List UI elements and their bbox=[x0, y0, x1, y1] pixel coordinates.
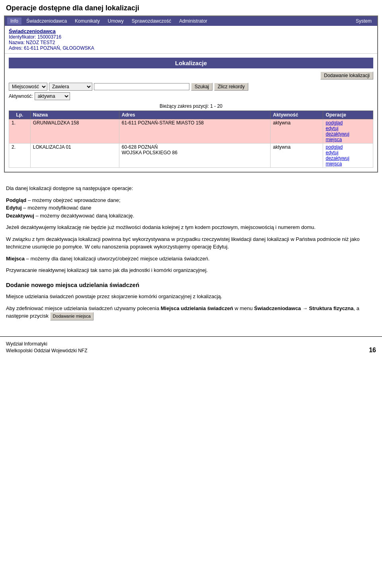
cell-operations: podglądedytujdezaktywujmiejsca bbox=[323, 119, 373, 144]
app-frame: Info Świadczeniodawca Komunikaty Umowy S… bbox=[4, 16, 378, 173]
desc-para6-mid: w menu bbox=[233, 305, 254, 311]
desc-dezaktywuj-text: – możemy dezaktywować daną lokalizację. bbox=[34, 213, 134, 219]
op-link-podgląd[interactable]: podgląd bbox=[325, 144, 370, 150]
search-field-select[interactable]: Miejscowość Nazwa Adres bbox=[9, 83, 47, 91]
menu-item-komunikaty[interactable]: Komunikaty bbox=[72, 17, 103, 25]
footer: Wydział Informatyki Wielkopolski Oddział… bbox=[0, 336, 382, 357]
desc-para3: Miejsca – możemy dla danej lokalizacji u… bbox=[6, 255, 376, 263]
footer-org: Wydział Informatyki Wielkopolski Oddział… bbox=[6, 341, 88, 354]
desc-para6-pre: Aby zdefiniować miejsce udzielania świad… bbox=[6, 305, 161, 311]
desc-miejsca-text: – możemy dla danej lokalizacji utworzyć/… bbox=[25, 256, 210, 262]
col-header-nazwa: Nazwa bbox=[30, 111, 119, 119]
provider-title: Świadczeniodawca bbox=[9, 28, 373, 34]
section-title: Lokalizacje bbox=[9, 58, 373, 68]
locations-table: Lp. Nazwa Adres Aktywność Operacje 1.GRU… bbox=[9, 111, 373, 168]
op-link-podgląd[interactable]: podgląd bbox=[325, 120, 370, 126]
provider-name: Nazwa: NZOZ TEST2 bbox=[9, 40, 373, 45]
cell-lp: 1. bbox=[9, 119, 31, 144]
page-title: Operacje dostępne dla danej lokalizacji bbox=[0, 0, 382, 16]
activity-select[interactable]: aktywna nieaktywna wszystkie bbox=[35, 92, 70, 100]
desc-miejsca-term: Miejsca bbox=[6, 256, 25, 262]
menu-item-sprawozdawczosc[interactable]: Sprawozdawczość bbox=[129, 17, 174, 25]
desc-operations: Podgląd – możemy obejrzeć wprowadzone da… bbox=[6, 196, 376, 220]
provider-id: Identyfikator: 150003716 bbox=[9, 34, 373, 40]
menu-item-umowy[interactable]: Umowy bbox=[105, 17, 127, 25]
section2-heading: Dodanie nowego miejsca udzielania świadc… bbox=[6, 281, 376, 290]
desc-para5: Miejsce udzielania świadczeń powstaje pr… bbox=[6, 293, 376, 301]
count-records-button[interactable]: Zlicz rekordy bbox=[214, 83, 248, 91]
op-link-miejsca[interactable]: miejsca bbox=[325, 161, 370, 167]
search-button[interactable]: Szukaj bbox=[191, 83, 212, 91]
desc-intro: Dla danej lokalizacji dostępne są następ… bbox=[6, 184, 376, 192]
op-link-dezaktywuj[interactable]: dezaktywuj bbox=[325, 131, 370, 137]
cell-name: GRUNWALDZKA 158 bbox=[30, 119, 119, 144]
table-row: 1.GRUNWALDZKA 15861-611 POZNAŃ-STARE MIA… bbox=[9, 119, 373, 144]
menu-bar: Info Świadczeniodawca Komunikaty Umowy S… bbox=[5, 16, 377, 26]
range-info: Bieżący zakres pozycji: 1 - 20 bbox=[9, 103, 373, 109]
provider-info: Świadczeniodawca Identyfikator: 15000371… bbox=[5, 26, 377, 54]
cell-address: 60-628 POZNAŃ WOJSKA POLSKIEGO 86 bbox=[119, 144, 270, 168]
desc-podglad-term: Podgląd bbox=[6, 197, 26, 203]
desc-edytuj-text: – możemy modyfikować dane bbox=[22, 205, 92, 211]
desc-podglad-text: – możemy obejrzeć wprowadzone dane; bbox=[26, 197, 120, 203]
desc-edytuj-term: Edytuj bbox=[6, 205, 22, 211]
footer-page-number: 16 bbox=[369, 347, 376, 354]
desc-para1: Jeżeli dezaktywujemy lokalizację nie będ… bbox=[6, 223, 376, 231]
desc-dezaktywuj-term: Dezaktywuj bbox=[6, 213, 34, 219]
menu-item-info[interactable]: Info bbox=[7, 17, 21, 25]
op-link-miejsca[interactable]: miejsca bbox=[325, 137, 370, 142]
filter-row: Aktywność: aktywna nieaktywna wszystkie bbox=[9, 92, 373, 100]
table-row: 2.LOKALIZACJA 0160-628 POZNAŃ WOJSKA POL… bbox=[9, 144, 373, 168]
col-header-lp: Lp. bbox=[9, 111, 31, 119]
cell-operations: podglądedytujdezaktywujmiejsca bbox=[323, 144, 373, 168]
desc-para6-menu: Świadczeniodawca → Struktura fizyczna bbox=[254, 305, 354, 311]
cell-address: 61-611 POZNAŃ-STARE MIASTO 158 bbox=[119, 119, 270, 144]
main-content: Lokalizacje Dodawanie lokalizacji Miejsc… bbox=[5, 54, 377, 172]
inline-add-place-button[interactable]: Dodawanie miejsca bbox=[50, 312, 94, 320]
cell-activity: aktywna bbox=[271, 119, 323, 144]
desc-para2: W związku z tym dezaktywacja lokalizacji… bbox=[6, 235, 376, 251]
search-input[interactable] bbox=[94, 83, 189, 90]
op-link-dezaktywuj[interactable]: dezaktywuj bbox=[325, 155, 370, 161]
cell-lp: 2. bbox=[9, 144, 31, 168]
col-header-operacje: Operacje bbox=[323, 111, 373, 119]
provider-address: Adres: 61-611 POZNAŃ, GŁOGOWSKA bbox=[9, 45, 373, 51]
menu-item-administrator[interactable]: Administrator bbox=[176, 17, 210, 25]
cell-activity: aktywna bbox=[271, 144, 323, 168]
footer-org-line2: Wielkopolski Oddział Wojewódzki NFZ bbox=[6, 347, 88, 354]
cell-name: LOKALIZACJA 01 bbox=[30, 144, 119, 168]
add-location-button[interactable]: Dodawanie lokalizacji bbox=[320, 72, 373, 80]
col-header-aktywnosc: Aktywność bbox=[271, 111, 323, 119]
activity-label: Aktywność: bbox=[9, 93, 33, 99]
menu-item-swiadczeniodawca[interactable]: Świadczeniodawca bbox=[23, 17, 70, 25]
op-link-edytuj[interactable]: edytuj bbox=[325, 126, 370, 131]
desc-para6-bold: Miejsca udzielania świadczeń bbox=[161, 305, 233, 311]
desc-para4: Przywracanie nieaktywnej lokalizacji tak… bbox=[6, 266, 376, 274]
menu-item-system[interactable]: System bbox=[353, 17, 375, 25]
desc-para6: Aby zdefiniować miejsce udzielania świad… bbox=[6, 305, 376, 320]
col-header-adres: Adres bbox=[119, 111, 270, 119]
footer-org-line1: Wydział Informatyki bbox=[6, 341, 88, 347]
search-row: Miejscowość Nazwa Adres Zawiera Równa si… bbox=[9, 83, 373, 91]
search-condition-select[interactable]: Zawiera Równa się Zaczyna się od bbox=[49, 83, 92, 91]
op-link-edytuj[interactable]: edytuj bbox=[325, 150, 370, 155]
add-button-row: Dodawanie lokalizacji bbox=[9, 72, 373, 80]
description-section: Dla danej lokalizacji dostępne są następ… bbox=[0, 180, 382, 328]
